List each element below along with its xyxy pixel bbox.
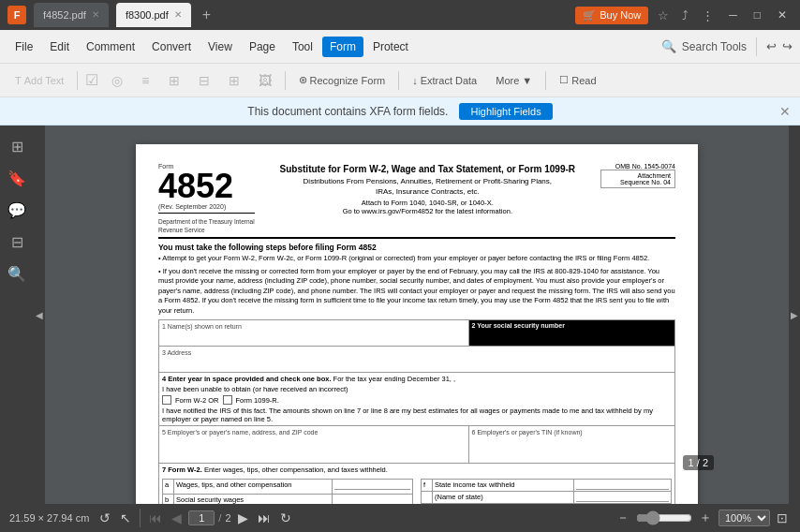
more-button[interactable]: More ▼ <box>488 72 540 89</box>
zoom-out-button[interactable]: － <box>614 510 632 526</box>
sub-table-left: a Wages, tips, and other compensation b … <box>162 479 413 504</box>
first-page-button[interactable]: ⏮ <box>146 510 165 525</box>
pdf-page: Form 4852 (Rev. September 2020) Departme… <box>136 144 698 504</box>
menu-edit[interactable]: Edit <box>42 37 77 57</box>
sub-label-a: Wages, tips, and other compensation <box>174 480 333 495</box>
field-4-label: Enter year in space provided and check o… <box>168 375 331 383</box>
toolbar-sep-1 <box>77 71 78 90</box>
share-icon[interactable]: ⤴ <box>678 7 692 24</box>
sidebar-thumbnail-icon[interactable]: ⊞ <box>4 133 30 159</box>
field-7-sub: a Wages, tips, and other compensation b … <box>162 477 672 504</box>
maximize-button[interactable]: □ <box>748 7 766 23</box>
overflow-icon[interactable]: ⋮ <box>698 7 718 24</box>
buy-now-button[interactable]: 🛒 Buy Now <box>575 7 648 24</box>
tab-f4852-close[interactable]: ✕ <box>92 10 99 20</box>
left-panel-toggle[interactable]: ◀ <box>34 126 45 504</box>
omb-number: OMB No. 1545-0074 <box>600 163 675 170</box>
form-title-main: Substitute for Form W-2, Wage and Tax St… <box>262 163 593 176</box>
menu-separator <box>756 37 757 56</box>
form-header: Form 4852 (Rev. September 2020) Departme… <box>158 163 675 233</box>
menu-form[interactable]: Form <box>322 37 363 57</box>
field-7-cell: 7 Form W-2. Enter wages, tips, other com… <box>159 464 675 505</box>
undo-btn[interactable]: ↩ <box>766 39 777 53</box>
sub-row-b: b Social security wages <box>163 494 413 504</box>
add-tab-button[interactable]: + <box>199 7 215 23</box>
field-4-top: 4 Enter year in space provided and check… <box>162 375 672 383</box>
sub-field-b <box>334 495 410 504</box>
instruction-2: • If you don't receive the missing or co… <box>158 267 675 317</box>
search-icon: 🔍 <box>661 39 676 53</box>
page-input[interactable] <box>188 510 215 525</box>
redo-btn[interactable]: ↪ <box>782 39 793 53</box>
sidebar-comment-icon[interactable]: 💬 <box>4 197 30 223</box>
field-1-label: 1 Name(s) shown on return <box>162 323 242 330</box>
field-3-input <box>162 357 672 370</box>
star-icon[interactable]: ☆ <box>654 7 673 24</box>
tab-f8300[interactable]: f8300.pdf ✕ <box>116 3 191 27</box>
add-text-button[interactable]: T Add Text <box>7 72 71 89</box>
reset-zoom-icon[interactable]: ↺ <box>96 510 113 525</box>
sidebar-search-icon[interactable]: 🔍 <box>4 260 30 287</box>
tab-f4852[interactable]: f4852.pdf ✕ <box>34 3 109 27</box>
menu-page[interactable]: Page <box>242 37 283 57</box>
field-7-number: 7 <box>162 466 166 474</box>
highlight-fields-button[interactable]: Highlight Fields <box>459 103 552 120</box>
menu-file[interactable]: File <box>7 37 40 57</box>
img-icon-btn: 🖼 <box>251 70 279 91</box>
minimize-button[interactable]: ─ <box>723 7 743 23</box>
dimensions-label: 21.59 × 27.94 cm <box>9 512 89 524</box>
table-row-4: 4 Enter year in space provided and check… <box>159 373 675 426</box>
xfa-banner: This document contains XFA form fields. … <box>0 97 800 126</box>
menu-view[interactable]: View <box>200 37 240 57</box>
checkbox-1099r[interactable] <box>223 395 232 405</box>
sub-label-b: Social security wages <box>174 494 333 504</box>
zoom-in-button[interactable]: ＋ <box>696 510 715 526</box>
tab-f8300-close[interactable]: ✕ <box>174 10 182 20</box>
website-text: Go to www.irs.gov/Form4852 for the lates… <box>262 207 593 215</box>
extract-data-button[interactable]: ↓ Extract Data <box>405 72 484 89</box>
pdf-area[interactable]: Form 4852 (Rev. September 2020) Departme… <box>45 126 789 504</box>
checkbox-1099r-label: Form 1099-R. <box>236 396 279 405</box>
table-row-7: 7 Form W-2. Enter wages, tips, other com… <box>159 464 675 505</box>
zoom-controls: － ＋ 100% 75% 150% 200% ⊡ <box>614 510 791 526</box>
sub-field-f <box>576 480 669 490</box>
checkbox-w2-label: Form W-2 OR <box>175 396 219 405</box>
menu-comment[interactable]: Comment <box>79 37 142 57</box>
cart-icon: 🛒 <box>583 9 596 22</box>
extract-icon: ↓ <box>412 75 418 86</box>
menu-convert[interactable]: Convert <box>144 37 199 57</box>
last-page-button[interactable]: ⏭ <box>255 510 274 525</box>
field-1-input <box>162 331 466 344</box>
field-7-title: Form W-2. <box>168 466 202 474</box>
sub-row-state: (Name of state) <box>422 492 672 504</box>
app-logo: F <box>7 6 26 24</box>
recognize-form-button[interactable]: ⊛ Recognize Form <box>291 71 393 89</box>
cursor-icon[interactable]: ↖ <box>117 510 134 525</box>
checkbox-w2[interactable] <box>162 395 171 405</box>
instructions-header: You must take the following steps before… <box>158 243 675 252</box>
zoom-slider[interactable] <box>636 510 692 525</box>
menu-bar: File Edit Comment Convert View Page Tool… <box>0 30 800 64</box>
table-row-56: 5 Employer's or payer's name, address, a… <box>159 426 675 464</box>
close-button[interactable]: ✕ <box>772 7 793 23</box>
rotate-icon[interactable]: ↻ <box>277 510 294 525</box>
next-page-button[interactable]: ▶ <box>235 510 251 525</box>
form-title-sub3: IRAs, Insurance Contracts, etc. <box>262 186 593 197</box>
form-fields-table: 1 Name(s) shown on return 2 Your social … <box>158 319 675 504</box>
sub-row-f: f State income tax withheld <box>422 480 672 492</box>
menu-tool[interactable]: Tool <box>285 37 320 57</box>
prev-page-button[interactable]: ◀ <box>169 510 185 525</box>
menu-protect[interactable]: Protect <box>365 37 416 57</box>
xfa-close-button[interactable]: ✕ <box>779 104 791 119</box>
field-7-header: 7 Form W-2. Enter wages, tips, other com… <box>162 466 672 474</box>
right-panel-toggle[interactable]: ▶ <box>789 126 800 504</box>
sub-letter-state <box>422 492 433 504</box>
form-omb-block: OMB No. 1545-0074 Attachment Sequence No… <box>600 163 675 233</box>
toolbar-sep-2 <box>285 71 286 90</box>
sidebar-bookmark-icon[interactable]: 🔖 <box>4 165 30 191</box>
fit-width-button[interactable]: ⊡ <box>774 510 791 525</box>
sidebar-layer-icon[interactable]: ⊟ <box>4 229 30 255</box>
read-button[interactable]: ☐ Read <box>552 71 603 89</box>
field-2-input <box>472 329 672 342</box>
zoom-dropdown[interactable]: 100% 75% 150% 200% <box>719 510 770 526</box>
